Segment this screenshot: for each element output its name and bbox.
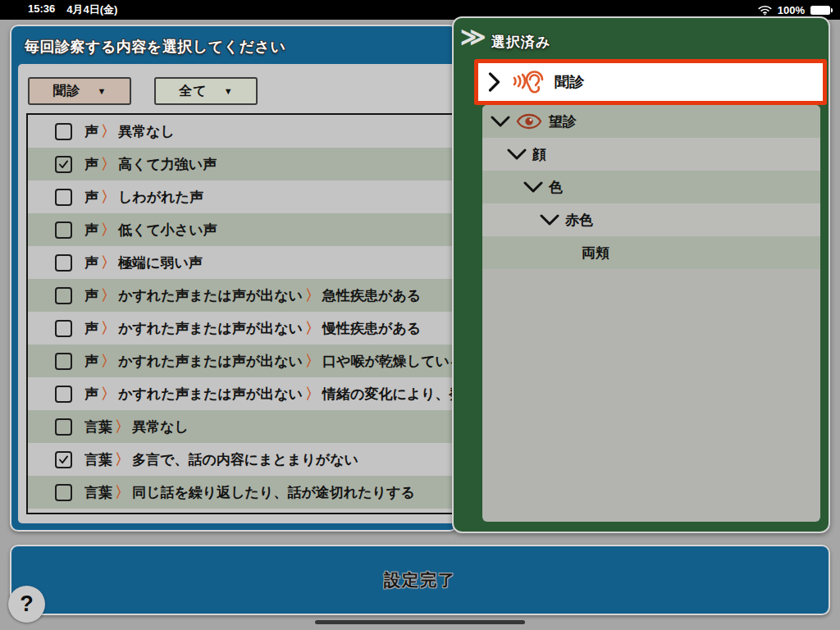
checklist-row[interactable]: 声〉かすれた声または声が出ない〉口や喉が乾燥している (28, 345, 456, 377)
checklist-row[interactable]: 言葉〉異常なし (28, 410, 456, 443)
checkbox-unchecked[interactable] (55, 221, 72, 239)
dropdown-arrow-icon: ▼ (98, 86, 107, 96)
help-button[interactable]: ? (8, 586, 45, 623)
checkbox-unchecked[interactable] (55, 484, 72, 501)
tree-item-望診[interactable]: 望診 (482, 105, 820, 138)
checkbox-unchecked[interactable] (55, 189, 72, 206)
chevron-down-icon[interactable] (523, 181, 543, 193)
tree-item-label: 色 (549, 178, 563, 197)
checkbox-unchecked[interactable] (55, 353, 72, 370)
checklist-row[interactable]: 声〉高くて力強い声 (28, 148, 456, 180)
tree-item-顔[interactable]: 顔 (482, 138, 820, 171)
checklist-row[interactable]: 声〉かすれた声または声が出ない〉情緒の変化により、発生 (28, 377, 456, 410)
checklist-row-label: 声〉異常なし (84, 121, 175, 141)
battery-icon (810, 6, 830, 15)
checkbox-unchecked[interactable] (55, 418, 72, 436)
status-date: 4月4日(金) (66, 2, 117, 17)
separator-bracket-icon: 〉 (115, 484, 130, 500)
separator-bracket-icon: 〉 (101, 123, 116, 139)
separator-bracket-icon: 〉 (101, 254, 116, 271)
symptom-checklist[interactable]: 声〉異常なし声〉高くて力強い声声〉しわがれた声声〉低くて小さい声声〉極端に弱い声… (26, 113, 456, 514)
checklist-row-label: 声〉かすれた声または声が出ない〉慢性疾患がある (84, 318, 421, 338)
checklist-row-label: 声〉かすれた声または声が出ない〉情緒の変化により、発生 (84, 384, 456, 404)
filter-dropdown-category[interactable]: 聞診▼ (28, 77, 131, 105)
confirm-button-label: 設定完了 (384, 569, 456, 591)
separator-bracket-icon: 〉 (305, 386, 320, 402)
checklist-row[interactable]: 声〉しわがれた声 (28, 180, 456, 213)
checklist-row[interactable]: 声〉極端に弱い声 (28, 246, 456, 279)
checkbox-unchecked[interactable] (55, 254, 72, 272)
separator-bracket-icon: 〉 (101, 320, 116, 336)
dropdown-arrow-icon: ▼ (224, 86, 233, 96)
checklist-row-label: 声〉高くて力強い声 (84, 154, 217, 174)
selection-panel: 毎回診察する内容を選択してください 聞診▼全て▼ 声〉異常なし声〉高くて力強い声… (10, 25, 458, 532)
tree-item-label: 赤色 (565, 211, 593, 230)
checklist-row[interactable]: 声〉低くて小さい声 (28, 213, 456, 246)
separator-bracket-icon: 〉 (101, 221, 116, 238)
checkbox-unchecked[interactable] (55, 123, 72, 140)
battery-percent: 100% (778, 4, 805, 16)
selected-category-label: 聞診 (555, 72, 584, 92)
filter-bar: 聞診▼全て▼ (18, 64, 456, 105)
filter-label: 全て (179, 83, 207, 100)
selected-category-monshin[interactable]: 聞診 (474, 59, 827, 105)
confirm-button[interactable]: 設定完了 (10, 545, 830, 615)
checklist-row-label: 声〉しわがれた声 (84, 187, 203, 207)
collapse-panel-icon[interactable]: ≫ (460, 25, 486, 49)
tree-item-両頬[interactable]: 両頬 (482, 236, 820, 269)
separator-bracket-icon: 〉 (305, 287, 320, 304)
checklist-row-label: 言葉〉多言で、話の内容にまとまりがない (84, 450, 358, 469)
chevron-right-icon (488, 72, 500, 92)
chevron-down-icon[interactable] (540, 214, 559, 226)
checkbox-unchecked[interactable] (55, 287, 72, 304)
selected-panel: ≫ 選択済み 聞診 望診顔色赤色両頬 (452, 16, 830, 533)
checklist-row-label: 声〉低くて小さい声 (84, 220, 217, 240)
checklist-row-label: 言葉〉同じ話を繰り返したり、話が途切れたりする (84, 482, 415, 502)
home-indicator[interactable] (315, 620, 525, 624)
separator-bracket-icon: 〉 (115, 451, 130, 468)
checklist-row-label: 声〉かすれた声または声が出ない〉口や喉が乾燥している (84, 351, 456, 371)
checklist-row-label: 言葉〉異常なし (84, 417, 189, 436)
checkbox-unchecked[interactable] (55, 386, 72, 403)
checklist-row[interactable]: 言葉〉話が逸脱し、つじつまが合わない (28, 509, 456, 514)
checklist-row[interactable]: 声〉異常なし (28, 115, 456, 148)
selection-panel-content: 聞診▼全て▼ 声〉異常なし声〉高くて力強い声声〉しわがれた声声〉低くて小さい声声… (18, 64, 456, 523)
ear-icon (510, 67, 545, 97)
tree-item-赤色[interactable]: 赤色 (482, 203, 820, 236)
selected-tree: 望診顔色赤色両頬 (482, 105, 820, 522)
separator-bracket-icon: 〉 (101, 386, 116, 402)
checkbox-checked[interactable] (55, 156, 72, 173)
wifi-icon (758, 5, 772, 16)
tree-item-色[interactable]: 色 (482, 171, 820, 203)
checkbox-checked[interactable] (55, 451, 72, 468)
checkbox-unchecked[interactable] (55, 320, 72, 337)
separator-bracket-icon: 〉 (101, 156, 116, 172)
status-time: 15:36 (28, 2, 55, 17)
filter-label: 聞診 (53, 83, 81, 100)
chevron-down-icon[interactable] (491, 116, 510, 127)
chevron-down-icon[interactable] (507, 148, 527, 160)
checklist-row[interactable]: 言葉〉多言で、話の内容にまとまりがない (28, 443, 456, 476)
eye-icon (516, 113, 542, 130)
tree-item-label: 両頬 (582, 244, 609, 262)
panel-title: 毎回診察する内容を選択してください (11, 26, 456, 64)
checklist-row[interactable]: 声〉かすれた声または声が出ない〉慢性疾患がある (28, 312, 456, 345)
checklist-row[interactable]: 声〉かすれた声または声が出ない〉急性疾患がある (28, 279, 456, 312)
selected-panel-title: 選択済み (491, 33, 550, 52)
tree-item-label: 顔 (532, 145, 546, 164)
tree-item-label: 望診 (549, 112, 577, 131)
checklist-row[interactable]: 言葉〉同じ話を繰り返したり、話が途切れたりする (28, 476, 456, 509)
checklist-row-label: 声〉極端に弱い声 (84, 253, 203, 272)
filter-dropdown-scope[interactable]: 全て▼ (154, 77, 258, 105)
separator-bracket-icon: 〉 (101, 353, 116, 369)
separator-bracket-icon: 〉 (305, 353, 320, 369)
separator-bracket-icon: 〉 (115, 418, 130, 435)
separator-bracket-icon: 〉 (305, 320, 320, 336)
separator-bracket-icon: 〉 (101, 189, 116, 205)
separator-bracket-icon: 〉 (101, 287, 116, 304)
checklist-row-label: 声〉かすれた声または声が出ない〉急性疾患がある (84, 285, 421, 305)
